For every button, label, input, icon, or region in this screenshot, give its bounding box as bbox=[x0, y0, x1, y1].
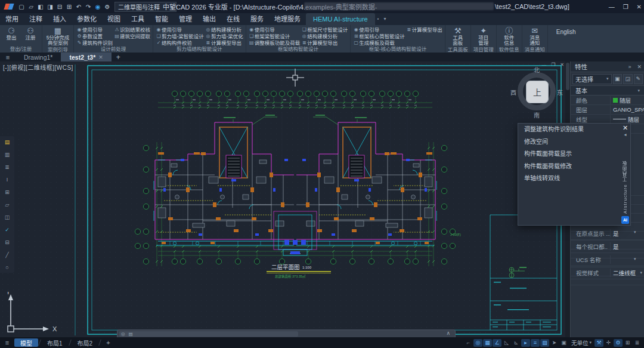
tab-tools[interactable]: 工具 bbox=[126, 13, 150, 25]
tool-hatch-icon[interactable]: ▥ bbox=[3, 150, 12, 158]
tab-services[interactable]: 服务 bbox=[245, 13, 269, 25]
command-input[interactable] bbox=[119, 331, 298, 337]
recognition-check-button[interactable]: ⚠识别结果校核 bbox=[114, 26, 150, 32]
tab-online[interactable]: 在线 bbox=[221, 13, 245, 25]
tool-section-icon[interactable]: ◫ bbox=[3, 213, 12, 221]
prop-row-layer[interactable]: 图层 GANIO_SPACE bbox=[571, 105, 644, 115]
transparency-toggle-icon[interactable]: ▨ bbox=[540, 339, 549, 347]
pickadd-toggle-icon[interactable]: ✎ bbox=[634, 74, 643, 84]
status-list-icon[interactable]: ≣ bbox=[633, 339, 642, 347]
export-model-button[interactable]: ≣计算模型导出 bbox=[205, 39, 243, 45]
component-recognition-button[interactable]: ✎建筑构件识别 bbox=[76, 39, 113, 45]
open-file-icon[interactable]: ▱ bbox=[26, 4, 36, 10]
message-notify-button[interactable]: ✉ 消息 通知 bbox=[525, 26, 545, 46]
redo-icon[interactable]: ↷ bbox=[83, 4, 93, 10]
tool-circle-icon[interactable]: ○ bbox=[3, 263, 12, 271]
match-properties-icon[interactable]: ▣ bbox=[613, 74, 622, 84]
menu-item-modify-space[interactable]: 修改空间 bbox=[518, 136, 621, 149]
lineweight-toggle-icon[interactable]: ≡ bbox=[531, 339, 540, 347]
undo-icon[interactable]: ↶ bbox=[74, 4, 83, 10]
osnap-toggle-icon[interactable]: ◎ bbox=[473, 339, 482, 347]
tab-output[interactable]: 输出 bbox=[197, 13, 221, 25]
new-layout-button[interactable]: + bbox=[101, 339, 114, 346]
tab-geo-services[interactable]: 地理服务 bbox=[269, 13, 306, 25]
selection-cycling-icon[interactable]: ➤ bbox=[550, 339, 559, 347]
settings-gear-icon[interactable]: ⚙ bbox=[103, 4, 112, 10]
command-bar[interactable]: ◎ ▤ ∧ bbox=[117, 329, 456, 337]
tool-table-icon[interactable]: ⊟ bbox=[3, 238, 12, 246]
units-dropdown[interactable]: 无单位 ▾ bbox=[569, 338, 594, 347]
popup-pin-icon[interactable]: ◂ bbox=[624, 132, 626, 138]
logout-button[interactable]: ⚆ 登出 bbox=[2, 26, 20, 41]
plot-icon[interactable]: ⊞ bbox=[64, 4, 74, 10]
scrollbar-thumb[interactable] bbox=[566, 63, 569, 90]
tab-view[interactable]: 视图 bbox=[102, 13, 126, 25]
prop-row-show-at-origin[interactable]: 在原点显示 ... 是 bbox=[571, 227, 644, 240]
menu-item-adjust-recognition[interactable]: 调整建筑构件识别结果 bbox=[518, 124, 621, 136]
member-check-button[interactable]: ✓结构构件校验 bbox=[156, 39, 204, 45]
maximize-button[interactable]: ❐ bbox=[623, 4, 628, 10]
tool-list-icon[interactable]: ≣ bbox=[3, 163, 12, 171]
space-extract-button[interactable]: ▤建筑空间提取 bbox=[114, 33, 150, 39]
viewcube-east[interactable]: 东 bbox=[557, 88, 563, 97]
tool-check-icon[interactable]: ✓ bbox=[3, 226, 12, 233]
usage-guide-button[interactable]: ◉使用引导 bbox=[249, 26, 301, 32]
drawing-tab-drawing1[interactable]: Drawing1* bbox=[16, 53, 61, 61]
tool-line-icon[interactable]: ╱ bbox=[3, 251, 12, 258]
software-info-button[interactable]: ⓘ 软件 信息 bbox=[499, 26, 519, 46]
tool-polygon-icon[interactable]: ▱ bbox=[3, 201, 12, 208]
viewcube-north[interactable]: 北 bbox=[534, 65, 540, 74]
settings-gear-icon[interactable]: ⚙ bbox=[614, 339, 623, 347]
model-tab-active[interactable]: 模型 bbox=[14, 338, 38, 347]
viewcube-west[interactable]: 西 bbox=[510, 88, 516, 97]
frame-beam-design-button[interactable]: ❏框架梁智能设计 bbox=[249, 33, 301, 39]
ucs-toggle-icon[interactable]: ⌐ bbox=[464, 339, 473, 347]
close-tab-icon[interactable]: ✕ bbox=[98, 54, 103, 60]
tool-layer-icon[interactable]: ▤ bbox=[3, 138, 12, 146]
viewport-controls-label[interactable]: [-][俯视][二维线框][WCS] bbox=[3, 63, 73, 72]
tab-insert[interactable]: 插入 bbox=[48, 13, 72, 25]
command-expand-icon[interactable]: ∧ bbox=[446, 330, 450, 336]
popup-close-icon[interactable]: ✕ bbox=[623, 124, 628, 132]
register-button[interactable]: ⚇ 注册 bbox=[21, 26, 39, 41]
command-history-icon[interactable]: ▤ bbox=[129, 331, 133, 337]
workspace-switch-icon[interactable]: ⚒ bbox=[595, 339, 603, 347]
layout2-tab[interactable]: 布局2 bbox=[72, 338, 99, 347]
prop-row-ucs-name[interactable]: UCS 名称 bbox=[571, 253, 644, 266]
panel-close-icon[interactable]: ✕ bbox=[634, 64, 644, 70]
new-drawing-tab-button[interactable]: + bbox=[112, 53, 125, 61]
tab-parametric[interactable]: 参数化 bbox=[72, 13, 102, 25]
tab-hemu-ai-structure-active[interactable]: HEMU AI-structure bbox=[306, 13, 375, 25]
close-button[interactable]: ✕ bbox=[637, 4, 642, 10]
tool-block-icon[interactable]: ⊞ bbox=[3, 188, 12, 196]
selection-filter-icon[interactable]: ✛ bbox=[604, 339, 613, 347]
menu-item-edit-section-load[interactable]: 构件截面荷载修改 bbox=[518, 161, 621, 173]
parameter-settings-button[interactable]: ⚙参数设置 bbox=[76, 33, 113, 39]
prop-row-color[interactable]: 颜色 随层 bbox=[571, 96, 644, 105]
view-cube[interactable]: 北 西 东 南 上 bbox=[512, 66, 562, 116]
shear-wall-beam-design-button[interactable]: ❏剪力墙-梁智能设计 bbox=[156, 33, 204, 39]
wall-beam-optimize-button[interactable]: ◎剪力墙-梁优化 bbox=[205, 33, 243, 39]
tab-manage[interactable]: 管理 bbox=[174, 13, 197, 25]
tool-panel-button[interactable]: ⚒ 工具 面板 bbox=[448, 26, 468, 46]
five-minute-case-button[interactable]: ▦ 5分钟完成 典型案例 bbox=[45, 26, 71, 46]
tab-smart[interactable]: 智能 bbox=[150, 13, 174, 25]
model-analysis-button[interactable]: ◎结构建模分析 bbox=[205, 26, 243, 32]
ortho-toggle-icon[interactable]: ◺ bbox=[502, 339, 511, 347]
drawing-menu-icon[interactable]: ≡ bbox=[0, 54, 16, 61]
save-as-icon[interactable]: ◨ bbox=[45, 4, 55, 10]
tab-home[interactable]: 常用 bbox=[0, 13, 24, 25]
tool-text-icon[interactable]: I bbox=[3, 175, 12, 183]
drawing-tab-test2-t3-active[interactable]: test2_t3* ✕ bbox=[61, 53, 111, 61]
minimize-button[interactable]: — bbox=[609, 4, 615, 10]
quick-select-icon[interactable]: ◲ bbox=[623, 74, 632, 84]
print-icon[interactable]: ⊟ bbox=[55, 4, 64, 10]
ribbon-collapse-icon[interactable]: ▾ bbox=[382, 13, 389, 25]
language-toggle[interactable]: English bbox=[548, 25, 576, 53]
layout-menu-icon[interactable]: ≡ bbox=[0, 339, 14, 346]
adjust-slab-load-button[interactable]: ▤调整模板功能及荷载 bbox=[249, 39, 301, 45]
annotation-scale-icon[interactable]: ▣ bbox=[559, 339, 568, 347]
viewcube-top-face[interactable]: 上 bbox=[526, 81, 549, 103]
model-analysis-button[interactable]: ◎结构建模分析 bbox=[301, 33, 348, 39]
command-options-icon[interactable]: ◎ bbox=[121, 331, 125, 337]
